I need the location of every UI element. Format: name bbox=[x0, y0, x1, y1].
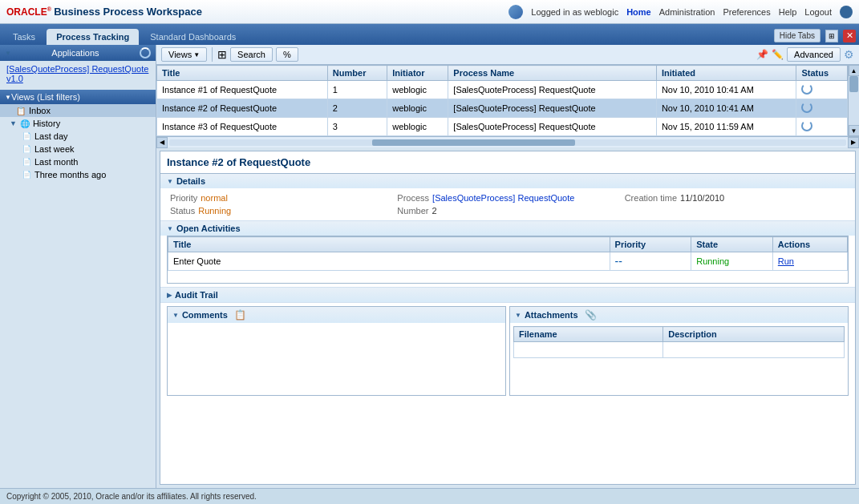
activities-header-label: Open Activities bbox=[176, 224, 241, 233]
audit-section-header[interactable]: ▶ Audit Trail bbox=[160, 288, 855, 302]
audit-section: ▶ Audit Trail bbox=[160, 288, 855, 303]
lastmonth-label: Last month bbox=[34, 157, 78, 167]
applications-chevron-icon: ▼ bbox=[5, 50, 11, 57]
status-value: Running bbox=[198, 206, 231, 216]
toolbar-settings-icon[interactable]: ⚙ bbox=[844, 48, 854, 61]
vscroll-track[interactable] bbox=[849, 76, 859, 125]
views-chevron-icon: ▼ bbox=[5, 94, 11, 101]
sidebar-item-lastmonth[interactable]: 📄 Last month bbox=[0, 155, 156, 168]
table-row[interactable]: Instance #2 of RequestQuote2weblogic[Sal… bbox=[157, 99, 848, 118]
sidebar-refresh-icon[interactable] bbox=[140, 47, 151, 58]
hscroll-track[interactable] bbox=[169, 139, 846, 146]
sidebar-item-inbox[interactable]: 📋 Inbox bbox=[0, 104, 156, 117]
state-running: Running bbox=[696, 256, 729, 266]
hscroll-left-arrow[interactable]: ◀ bbox=[156, 137, 168, 148]
vscroll-down-arrow[interactable]: ▼ bbox=[849, 125, 860, 136]
activity-priority-cell: -- bbox=[610, 252, 691, 271]
details-content: Priority normal Process [SalesQuoteProce… bbox=[160, 188, 855, 220]
hide-tabs-button[interactable]: Hide Tabs bbox=[774, 29, 821, 42]
table-status-cell bbox=[796, 118, 848, 136]
comments-add-icon[interactable]: 📋 bbox=[234, 309, 246, 321]
table-row[interactable]: Instance #1 of RequestQuote1weblogic[Sal… bbox=[157, 81, 848, 99]
instance-table: Title Number Initiator Process Name Init… bbox=[156, 65, 848, 136]
number-label: Number bbox=[397, 206, 428, 216]
advanced-button[interactable]: Advanced bbox=[787, 47, 841, 62]
tab-process-tracking[interactable]: Process Tracking bbox=[47, 29, 139, 45]
horizontal-scrollbar: ◀ ▶ bbox=[156, 136, 859, 147]
table-container: Title Number Initiator Process Name Init… bbox=[156, 65, 848, 136]
creation-label: Creation time bbox=[625, 193, 677, 203]
details-section: ▼ Details Priority normal Process [Sales… bbox=[160, 174, 855, 221]
sidebar-item-lastweek[interactable]: 📄 Last week bbox=[0, 143, 156, 155]
details-section-header[interactable]: ▼ Details bbox=[160, 174, 855, 188]
hscroll-thumb[interactable] bbox=[372, 139, 575, 146]
home-link[interactable]: Home bbox=[626, 7, 651, 17]
detail-title: Instance #2 of RequestQuote bbox=[160, 151, 855, 174]
activities-section-header[interactable]: ▼ Open Activities bbox=[160, 221, 855, 236]
attachments-add-icon[interactable]: 📎 bbox=[585, 309, 597, 321]
help-link[interactable]: Help bbox=[779, 7, 797, 17]
sidebar-item-history[interactable]: ▼ 🌐 History bbox=[0, 117, 156, 130]
table-scroll-area: Title Number Initiator Process Name Init… bbox=[156, 65, 859, 136]
hscroll-right-arrow[interactable]: ▶ bbox=[848, 137, 859, 148]
table-cell-3: [SalesQuoteProcess] RequestQuote bbox=[448, 118, 657, 136]
table-cell-2: weblogic bbox=[387, 118, 448, 136]
status-refresh-icon bbox=[801, 102, 812, 113]
administration-link[interactable]: Administration bbox=[659, 7, 715, 17]
views-section-header[interactable]: ▼ Views (List filters) bbox=[0, 90, 156, 104]
inbox-doc-icon: 📋 bbox=[16, 107, 26, 115]
search-button[interactable]: Search bbox=[230, 47, 273, 62]
activities-section: ▼ Open Activities Title Priority State A… bbox=[160, 221, 855, 288]
lastmonth-doc-icon: 📄 bbox=[22, 158, 31, 166]
tab-tasks[interactable]: Tasks bbox=[3, 29, 45, 45]
table-cell-2: weblogic bbox=[387, 81, 448, 99]
details-header-label: Details bbox=[176, 176, 205, 186]
col-header-process: Process Name bbox=[448, 66, 657, 81]
act-col-priority: Priority bbox=[610, 237, 691, 252]
attachments-content: Filename Description bbox=[510, 323, 848, 395]
lastweek-doc-icon: 📄 bbox=[22, 145, 31, 153]
act-col-title: Title bbox=[168, 237, 610, 252]
run-link[interactable]: Run bbox=[778, 256, 794, 266]
vertical-scrollbar[interactable]: ▲ ▼ bbox=[848, 65, 859, 136]
vscroll-thumb[interactable] bbox=[849, 76, 858, 92]
activity-action-cell[interactable]: Run bbox=[772, 252, 847, 271]
threemonths-label: Three months ago bbox=[34, 170, 106, 179]
status-refresh-icon bbox=[801, 83, 812, 95]
views-label: Views bbox=[168, 50, 192, 59]
col-header-number: Number bbox=[327, 66, 387, 81]
tab-standard-dashboards[interactable]: Standard Dashboards bbox=[140, 29, 245, 45]
table-cell-1: 1 bbox=[327, 81, 387, 99]
comments-header[interactable]: ▼ Comments 📋 bbox=[168, 307, 505, 323]
toolbar-grid-icon: ⊞ bbox=[217, 48, 227, 61]
table-cell-1: 2 bbox=[327, 99, 387, 118]
table-cell-2: weblogic bbox=[387, 99, 448, 118]
toolbar: Views ▼ ⊞ Search % 📌 ✏️ Advanced ⚙ bbox=[156, 45, 859, 65]
table-cell-4: Nov 15, 2010 11:59 AM bbox=[656, 118, 796, 136]
table-cell-0: Instance #2 of RequestQuote bbox=[157, 99, 328, 118]
applications-label: Applications bbox=[51, 48, 99, 58]
table-cell-4: Nov 10, 2010 10:41 AM bbox=[656, 99, 796, 118]
attachments-header[interactable]: ▼ Attachments 📎 bbox=[510, 307, 848, 323]
tab-minimize-icon[interactable]: ⊞ bbox=[825, 30, 838, 42]
priority-value: normal bbox=[201, 193, 228, 203]
oracle-logo: ORACLE® Business Process Workspace bbox=[6, 6, 202, 18]
table-row[interactable]: Instance #3 of RequestQuote3weblogic[Sal… bbox=[157, 118, 848, 136]
activities-table: Title Priority State Actions Enter Quote… bbox=[168, 236, 848, 271]
creation-item: Creation time 11/10/2010 bbox=[625, 193, 845, 203]
comments-collapse-icon: ▼ bbox=[172, 312, 179, 319]
percent-button[interactable]: % bbox=[276, 47, 298, 62]
table-cell-1: 3 bbox=[327, 118, 387, 136]
vscroll-up-arrow[interactable]: ▲ bbox=[849, 65, 860, 76]
sidebar-item-lastday[interactable]: 📄 Last day bbox=[0, 130, 156, 143]
tab-close-button[interactable]: ✕ bbox=[843, 30, 856, 42]
preferences-link[interactable]: Preferences bbox=[723, 7, 770, 17]
logout-link[interactable]: Logout bbox=[804, 7, 832, 17]
table-status-cell bbox=[796, 81, 848, 99]
main-layout: ▼ Applications [SalesQuoteProcess] Reque… bbox=[0, 45, 859, 488]
bottom-panels: ▼ Comments 📋 ▼ Attachments 📎 bbox=[160, 303, 855, 399]
sidebar-item-threemonths[interactable]: 📄 Three months ago bbox=[0, 168, 156, 181]
applications-section-header[interactable]: ▼ Applications bbox=[0, 45, 156, 61]
views-button[interactable]: Views ▼ bbox=[161, 47, 207, 62]
app-item-salesquote[interactable]: [SalesQuoteProcess] RequestQuote v1.0 bbox=[0, 61, 156, 87]
